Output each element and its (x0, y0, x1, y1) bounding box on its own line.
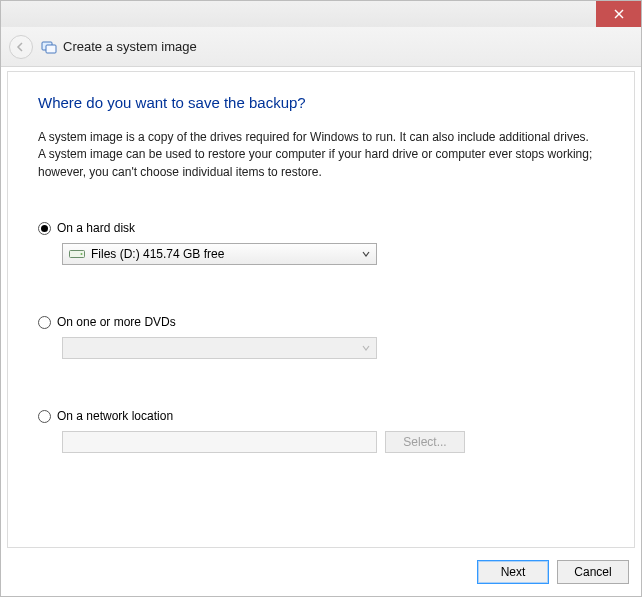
svg-rect-3 (46, 45, 56, 53)
next-button[interactable]: Next (477, 560, 549, 584)
option-hard-disk[interactable]: On a hard disk (38, 221, 604, 235)
dvd-drive-select (62, 337, 377, 359)
option-network-group: On a network location Select... (38, 409, 604, 453)
drive-icon (69, 248, 85, 260)
footer: Next Cancel (1, 548, 641, 596)
header-title-text: Create a system image (63, 39, 197, 54)
option-dvd-label: On one or more DVDs (57, 315, 176, 329)
chevron-down-icon (362, 250, 370, 258)
header-title: Create a system image (41, 39, 197, 55)
chevron-down-icon (362, 344, 370, 352)
option-network-label: On a network location (57, 409, 173, 423)
back-arrow-icon (15, 41, 27, 53)
radio-network[interactable] (38, 410, 51, 423)
page-heading: Where do you want to save the backup? (38, 94, 604, 111)
option-hard-disk-label: On a hard disk (57, 221, 135, 235)
svg-point-5 (81, 253, 83, 255)
option-dvd[interactable]: On one or more DVDs (38, 315, 604, 329)
radio-dvd[interactable] (38, 316, 51, 329)
radio-hard-disk[interactable] (38, 222, 51, 235)
page-description: A system image is a copy of the drives r… (38, 129, 598, 181)
close-icon (614, 9, 624, 19)
titlebar (1, 1, 641, 27)
header: Create a system image (1, 27, 641, 67)
cancel-button[interactable]: Cancel (557, 560, 629, 584)
hard-disk-drive-value: Files (D:) 415.74 GB free (91, 247, 224, 261)
option-dvd-group: On one or more DVDs (38, 315, 604, 359)
back-button (9, 35, 33, 59)
close-button[interactable] (596, 1, 641, 27)
option-network[interactable]: On a network location (38, 409, 604, 423)
option-hard-disk-group: On a hard disk Files (D:) 415.74 GB free (38, 221, 604, 265)
wizard-page: Where do you want to save the backup? A … (7, 71, 635, 548)
system-image-icon (41, 39, 57, 55)
content-area: Where do you want to save the backup? A … (1, 67, 641, 548)
network-select-button: Select... (385, 431, 465, 453)
wizard-window: Create a system image Where do you want … (0, 0, 642, 597)
network-location-field (62, 431, 377, 453)
hard-disk-drive-select[interactable]: Files (D:) 415.74 GB free (62, 243, 377, 265)
